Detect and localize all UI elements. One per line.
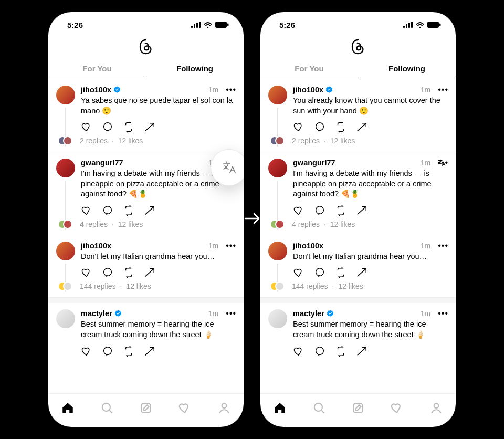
- tab-following[interactable]: Following: [146, 58, 244, 79]
- nav-search[interactable]: [96, 397, 118, 421]
- post[interactable]: jiho100x 1m ••• Don't let my Italian gra…: [260, 235, 456, 298]
- like-icon[interactable]: [293, 267, 304, 278]
- post[interactable]: jiho100x 1m ••• Ya sabes que no se puede…: [48, 79, 244, 152]
- threads-logo-icon[interactable]: [350, 38, 366, 55]
- replies-count[interactable]: 144 replies: [292, 282, 328, 290]
- nav-activity[interactable]: [174, 397, 196, 421]
- share-icon[interactable]: [144, 205, 155, 216]
- like-icon[interactable]: [293, 121, 304, 133]
- share-icon[interactable]: [356, 121, 368, 133]
- avatar[interactable]: [268, 86, 287, 104]
- nav-home[interactable]: [57, 397, 79, 421]
- username[interactable]: jiho100x: [293, 242, 323, 250]
- username[interactable]: gwangurl77: [293, 159, 335, 167]
- share-icon[interactable]: [144, 121, 155, 133]
- replies-count[interactable]: 2 replies: [292, 137, 320, 145]
- post-menu-button[interactable]: •••: [438, 311, 448, 316]
- repost-icon[interactable]: [123, 205, 134, 216]
- username[interactable]: mactyler: [293, 309, 324, 318]
- post[interactable]: gwangurl77 1m ••• I'm having a debate wi…: [260, 152, 456, 235]
- replies-count[interactable]: 4 replies: [292, 220, 320, 228]
- repost-icon[interactable]: [123, 267, 134, 278]
- post[interactable]: mactyler 1m ••• Best summer memory = hea…: [260, 303, 456, 363]
- post-body: You already know that you cannot cover t…: [293, 96, 448, 116]
- like-icon[interactable]: [81, 205, 92, 216]
- reply-icon[interactable]: [314, 346, 326, 357]
- avatar[interactable]: [56, 159, 75, 177]
- reply-icon[interactable]: [102, 267, 113, 278]
- tab-following[interactable]: Following: [358, 58, 456, 79]
- repost-icon[interactable]: [335, 267, 346, 278]
- status-time: 5:26: [67, 20, 83, 29]
- post-menu-button[interactable]: •••: [438, 87, 448, 92]
- nav-profile[interactable]: [425, 397, 447, 421]
- replies-count[interactable]: 4 replies: [80, 220, 108, 228]
- repost-icon[interactable]: [335, 205, 346, 216]
- post-menu-button[interactable]: •••: [438, 243, 448, 248]
- status-indicators: [191, 22, 229, 28]
- post-menu-button[interactable]: •••: [226, 87, 236, 92]
- like-icon[interactable]: [293, 346, 304, 357]
- avatar[interactable]: [56, 242, 75, 260]
- tab-for-you[interactable]: For You: [48, 58, 146, 79]
- reply-icon[interactable]: [102, 346, 113, 357]
- username[interactable]: jiho100x: [81, 242, 111, 250]
- likes-count[interactable]: 12 likes: [330, 137, 355, 145]
- battery-icon: [215, 22, 229, 28]
- likes-count[interactable]: 12 likes: [126, 282, 151, 290]
- avatar[interactable]: [56, 86, 75, 104]
- like-icon[interactable]: [293, 205, 304, 216]
- username[interactable]: gwangurl77: [81, 159, 123, 167]
- like-icon[interactable]: [81, 346, 92, 357]
- post[interactable]: jiho100x 1m ••• You already know that yo…: [260, 79, 456, 152]
- feed[interactable]: jiho100x 1m ••• Ya sabes que no se puede…: [48, 79, 244, 393]
- likes-count[interactable]: 12 likes: [338, 282, 363, 290]
- reply-icon[interactable]: [314, 121, 326, 133]
- nav-profile[interactable]: [213, 397, 235, 421]
- share-icon[interactable]: [356, 267, 368, 278]
- nav-home[interactable]: [269, 397, 291, 421]
- reply-icon[interactable]: [314, 267, 326, 278]
- share-icon[interactable]: [356, 205, 368, 216]
- post-menu-button[interactable]: •••: [226, 311, 236, 316]
- like-icon[interactable]: [81, 267, 92, 278]
- reply-icon[interactable]: [314, 205, 326, 216]
- replies-count[interactable]: 144 replies: [80, 282, 116, 290]
- repost-icon[interactable]: [123, 121, 134, 133]
- translate-chip[interactable]: [211, 150, 244, 185]
- post-actions: [293, 205, 448, 216]
- avatar[interactable]: [268, 242, 287, 260]
- post[interactable]: mactyler 1m ••• Best summer memory = hea…: [48, 303, 244, 363]
- avatar[interactable]: [56, 309, 75, 328]
- nav-compose[interactable]: [135, 397, 157, 421]
- repost-icon[interactable]: [335, 121, 346, 133]
- avatar[interactable]: [268, 159, 287, 177]
- likes-count[interactable]: 12 likes: [118, 137, 143, 145]
- threads-logo-icon[interactable]: [138, 38, 154, 55]
- tab-for-you[interactable]: For You: [260, 58, 358, 79]
- username[interactable]: jiho100x: [293, 86, 323, 94]
- share-icon[interactable]: [144, 267, 155, 278]
- post-body: Ya sabes que no se puede tapar el sol co…: [81, 96, 236, 116]
- feed[interactable]: jiho100x 1m ••• You already know that yo…: [260, 79, 456, 393]
- share-icon[interactable]: [356, 346, 368, 357]
- repost-icon[interactable]: [335, 346, 346, 357]
- nav-search[interactable]: [308, 397, 330, 421]
- replies-count[interactable]: 2 replies: [80, 137, 108, 145]
- svg-rect-17: [427, 22, 439, 28]
- post-menu-button[interactable]: •••: [226, 243, 236, 248]
- likes-count[interactable]: 12 likes: [118, 220, 143, 228]
- post[interactable]: jiho100x 1m ••• Don't let my Italian gra…: [48, 235, 244, 298]
- translate-icon[interactable]: [437, 158, 446, 168]
- avatar[interactable]: [268, 309, 287, 328]
- nav-activity[interactable]: [386, 397, 408, 421]
- username[interactable]: mactyler: [81, 309, 112, 318]
- reply-icon[interactable]: [102, 121, 113, 133]
- reply-icon[interactable]: [102, 205, 113, 216]
- like-icon[interactable]: [81, 121, 92, 133]
- repost-icon[interactable]: [123, 346, 134, 357]
- likes-count[interactable]: 12 likes: [330, 220, 355, 228]
- share-icon[interactable]: [144, 346, 155, 357]
- nav-compose[interactable]: [347, 397, 369, 421]
- username[interactable]: jiho100x: [81, 86, 111, 94]
